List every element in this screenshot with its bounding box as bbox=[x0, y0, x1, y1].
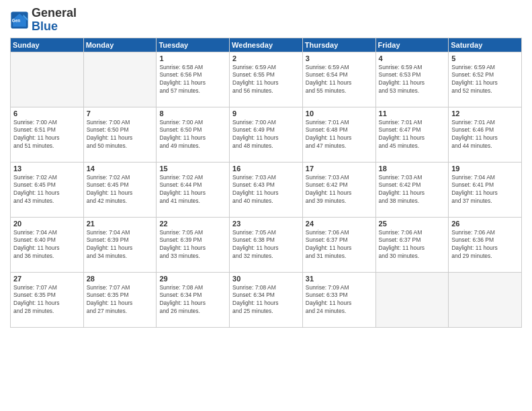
week-row-2: 6Sunrise: 7:00 AM Sunset: 6:51 PM Daylig… bbox=[11, 107, 522, 162]
day-info: Sunrise: 6:59 AM Sunset: 6:52 PM Dayligh… bbox=[451, 64, 519, 96]
day-number: 25 bbox=[379, 220, 446, 228]
day-number: 9 bbox=[232, 109, 300, 118]
day-number: 10 bbox=[306, 109, 373, 118]
day-number: 6 bbox=[13, 109, 81, 118]
calendar-cell: 12Sunrise: 7:01 AM Sunset: 6:46 PM Dayli… bbox=[449, 107, 522, 162]
calendar-cell: 5Sunrise: 6:59 AM Sunset: 6:52 PM Daylig… bbox=[449, 52, 522, 107]
calendar-cell: 27Sunrise: 7:07 AM Sunset: 6:35 PM Dayli… bbox=[11, 272, 84, 327]
calendar-cell: 18Sunrise: 7:03 AM Sunset: 6:42 PM Dayli… bbox=[375, 162, 449, 217]
day-number: 21 bbox=[87, 220, 154, 228]
day-info: Sunrise: 6:59 AM Sunset: 6:55 PM Dayligh… bbox=[232, 64, 300, 96]
day-info: Sunrise: 6:58 AM Sunset: 6:56 PM Dayligh… bbox=[159, 64, 226, 96]
calendar-cell: 20Sunrise: 7:04 AM Sunset: 6:40 PM Dayli… bbox=[11, 217, 84, 272]
calendar-cell: 15Sunrise: 7:02 AM Sunset: 6:44 PM Dayli… bbox=[157, 162, 230, 217]
day-info: Sunrise: 7:00 AM Sunset: 6:49 PM Dayligh… bbox=[232, 119, 300, 151]
calendar-cell: 7Sunrise: 7:00 AM Sunset: 6:50 PM Daylig… bbox=[83, 107, 157, 162]
calendar-cell: 3Sunrise: 6:59 AM Sunset: 6:54 PM Daylig… bbox=[302, 52, 375, 107]
day-info: Sunrise: 7:03 AM Sunset: 6:42 PM Dayligh… bbox=[306, 174, 373, 206]
day-number: 30 bbox=[232, 275, 300, 283]
day-number: 2 bbox=[232, 54, 300, 62]
weekday-tuesday: Tuesday bbox=[157, 38, 230, 52]
header: Gen General Blue bbox=[10, 7, 522, 34]
day-number: 28 bbox=[87, 275, 154, 283]
day-info: Sunrise: 7:00 AM Sunset: 6:51 PM Dayligh… bbox=[13, 119, 81, 151]
day-number: 14 bbox=[87, 165, 154, 173]
calendar-cell: 22Sunrise: 7:05 AM Sunset: 6:39 PM Dayli… bbox=[157, 217, 230, 272]
calendar-cell bbox=[375, 272, 449, 327]
calendar-cell: 1Sunrise: 6:58 AM Sunset: 6:56 PM Daylig… bbox=[157, 52, 230, 107]
logo-text: General Blue bbox=[32, 7, 77, 34]
calendar-cell: 30Sunrise: 7:08 AM Sunset: 6:34 PM Dayli… bbox=[230, 272, 303, 327]
calendar-cell: 25Sunrise: 7:06 AM Sunset: 6:37 PM Dayli… bbox=[375, 217, 449, 272]
calendar-cell: 21Sunrise: 7:04 AM Sunset: 6:39 PM Dayli… bbox=[83, 217, 157, 272]
day-info: Sunrise: 7:02 AM Sunset: 6:44 PM Dayligh… bbox=[159, 174, 226, 206]
day-number: 12 bbox=[451, 109, 519, 118]
day-number: 8 bbox=[159, 109, 226, 118]
day-number: 15 bbox=[159, 165, 226, 173]
day-number: 31 bbox=[306, 275, 373, 283]
day-number: 5 bbox=[451, 54, 519, 62]
calendar-cell: 6Sunrise: 7:00 AM Sunset: 6:51 PM Daylig… bbox=[11, 107, 84, 162]
calendar-cell: 17Sunrise: 7:03 AM Sunset: 6:42 PM Dayli… bbox=[302, 162, 375, 217]
calendar-cell: 31Sunrise: 7:09 AM Sunset: 6:33 PM Dayli… bbox=[302, 272, 375, 327]
calendar-cell bbox=[449, 272, 522, 327]
day-info: Sunrise: 7:03 AM Sunset: 6:43 PM Dayligh… bbox=[232, 174, 300, 206]
calendar-cell bbox=[83, 52, 157, 107]
day-info: Sunrise: 7:07 AM Sunset: 6:35 PM Dayligh… bbox=[87, 284, 154, 316]
day-number: 24 bbox=[306, 220, 373, 228]
calendar-cell: 19Sunrise: 7:04 AM Sunset: 6:41 PM Dayli… bbox=[449, 162, 522, 217]
logo-icon: Gen bbox=[10, 11, 29, 30]
day-number: 20 bbox=[13, 220, 81, 228]
week-row-1: 1Sunrise: 6:58 AM Sunset: 6:56 PM Daylig… bbox=[11, 52, 522, 107]
calendar-table: SundayMondayTuesdayWednesdayThursdayFrid… bbox=[10, 38, 522, 328]
day-info: Sunrise: 7:04 AM Sunset: 6:41 PM Dayligh… bbox=[451, 174, 519, 206]
day-info: Sunrise: 7:09 AM Sunset: 6:33 PM Dayligh… bbox=[306, 284, 373, 316]
weekday-sunday: Sunday bbox=[11, 38, 84, 52]
week-row-3: 13Sunrise: 7:02 AM Sunset: 6:45 PM Dayli… bbox=[11, 162, 522, 217]
calendar-cell: 28Sunrise: 7:07 AM Sunset: 6:35 PM Dayli… bbox=[83, 272, 157, 327]
day-info: Sunrise: 7:06 AM Sunset: 6:37 PM Dayligh… bbox=[306, 229, 373, 261]
day-info: Sunrise: 7:00 AM Sunset: 6:50 PM Dayligh… bbox=[159, 119, 226, 151]
calendar-cell: 14Sunrise: 7:02 AM Sunset: 6:45 PM Dayli… bbox=[83, 162, 157, 217]
day-info: Sunrise: 6:59 AM Sunset: 6:54 PM Dayligh… bbox=[306, 64, 373, 96]
weekday-saturday: Saturday bbox=[449, 38, 522, 52]
day-number: 19 bbox=[451, 165, 519, 173]
page: Gen General Blue SundayMondayTuesdayWedn… bbox=[0, 0, 532, 411]
day-number: 4 bbox=[379, 54, 446, 62]
day-number: 7 bbox=[87, 109, 154, 118]
calendar-cell: 23Sunrise: 7:05 AM Sunset: 6:38 PM Dayli… bbox=[230, 217, 303, 272]
calendar-cell: 13Sunrise: 7:02 AM Sunset: 6:45 PM Dayli… bbox=[11, 162, 84, 217]
weekday-wednesday: Wednesday bbox=[230, 38, 303, 52]
day-info: Sunrise: 7:01 AM Sunset: 6:48 PM Dayligh… bbox=[306, 119, 373, 151]
day-number: 22 bbox=[159, 220, 226, 228]
day-number: 29 bbox=[159, 275, 226, 283]
calendar-cell bbox=[11, 52, 84, 107]
day-number: 16 bbox=[232, 165, 300, 173]
day-number: 1 bbox=[159, 54, 226, 62]
day-info: Sunrise: 7:04 AM Sunset: 6:39 PM Dayligh… bbox=[87, 229, 154, 261]
day-info: Sunrise: 7:05 AM Sunset: 6:38 PM Dayligh… bbox=[232, 229, 300, 261]
calendar-cell: 9Sunrise: 7:00 AM Sunset: 6:49 PM Daylig… bbox=[230, 107, 303, 162]
week-row-4: 20Sunrise: 7:04 AM Sunset: 6:40 PM Dayli… bbox=[11, 217, 522, 272]
day-number: 13 bbox=[13, 165, 81, 173]
day-info: Sunrise: 7:00 AM Sunset: 6:50 PM Dayligh… bbox=[87, 119, 154, 151]
day-number: 23 bbox=[232, 220, 300, 228]
day-number: 27 bbox=[13, 275, 81, 283]
day-info: Sunrise: 7:01 AM Sunset: 6:46 PM Dayligh… bbox=[451, 119, 519, 151]
day-info: Sunrise: 6:59 AM Sunset: 6:53 PM Dayligh… bbox=[379, 64, 446, 96]
weekday-friday: Friday bbox=[375, 38, 449, 52]
day-info: Sunrise: 7:05 AM Sunset: 6:39 PM Dayligh… bbox=[159, 229, 226, 261]
calendar-cell: 26Sunrise: 7:06 AM Sunset: 6:36 PM Dayli… bbox=[449, 217, 522, 272]
week-row-5: 27Sunrise: 7:07 AM Sunset: 6:35 PM Dayli… bbox=[11, 272, 522, 327]
day-info: Sunrise: 7:07 AM Sunset: 6:35 PM Dayligh… bbox=[13, 284, 81, 316]
day-info: Sunrise: 7:06 AM Sunset: 6:37 PM Dayligh… bbox=[379, 229, 446, 261]
day-number: 26 bbox=[451, 220, 519, 228]
calendar-cell: 10Sunrise: 7:01 AM Sunset: 6:48 PM Dayli… bbox=[302, 107, 375, 162]
day-number: 18 bbox=[379, 165, 446, 173]
logo: Gen General Blue bbox=[10, 7, 77, 34]
day-number: 17 bbox=[306, 165, 373, 173]
calendar-cell: 24Sunrise: 7:06 AM Sunset: 6:37 PM Dayli… bbox=[302, 217, 375, 272]
calendar-cell: 11Sunrise: 7:01 AM Sunset: 6:47 PM Dayli… bbox=[375, 107, 449, 162]
day-info: Sunrise: 7:06 AM Sunset: 6:36 PM Dayligh… bbox=[451, 229, 519, 261]
calendar-cell: 2Sunrise: 6:59 AM Sunset: 6:55 PM Daylig… bbox=[230, 52, 303, 107]
